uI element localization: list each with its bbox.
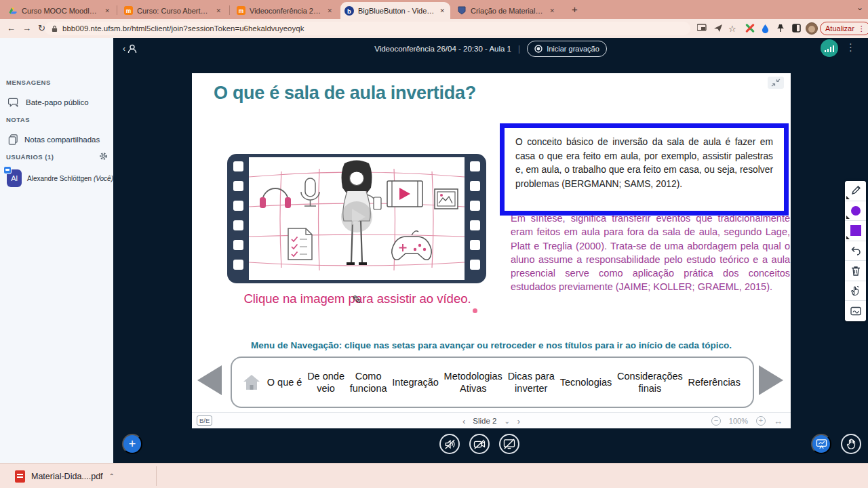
nav-next-arrow[interactable]: [759, 365, 783, 395]
fit-width-button[interactable]: ↔: [774, 416, 783, 426]
file-options-chevron-icon[interactable]: ⌃: [109, 472, 115, 480]
raise-hand-button[interactable]: [841, 434, 861, 454]
zoom-out-button[interactable]: −: [711, 416, 721, 426]
audio-join-button[interactable]: [439, 434, 460, 454]
ufsm-icon: [457, 6, 467, 16]
tab-group-icon[interactable]: [792, 24, 802, 33]
zoom-in-button[interactable]: +: [756, 416, 766, 426]
drop-extension-icon[interactable]: [762, 24, 771, 33]
nav-item-integracao[interactable]: Integração: [392, 376, 439, 388]
pencil-tool-button[interactable]: [845, 181, 866, 201]
pencil-icon: [850, 185, 861, 196]
nav-item-como-funciona[interactable]: Como funciona: [350, 370, 387, 394]
tab-close-icon[interactable]: ✕: [438, 7, 446, 14]
tab-videoconferencia[interactable]: m Videoconferência 26/04 - ✕: [232, 2, 338, 19]
downloaded-file-chip[interactable]: Material-Dida....pdf ⌃: [9, 468, 120, 485]
home-icon[interactable]: [241, 373, 262, 392]
shared-notes-item[interactable]: Notas compartilhadas: [0, 131, 113, 148]
connection-status-button[interactable]: [821, 39, 838, 57]
start-recording-button[interactable]: Iniciar gravação: [527, 41, 607, 57]
video-thumbnail[interactable]: [227, 154, 486, 283]
extensions-icon[interactable]: [745, 24, 755, 33]
tab-criacao-material[interactable]: Criação de Material Didát ✕: [453, 2, 560, 19]
previous-slide-button[interactable]: ‹: [462, 416, 465, 426]
tab-bigbluebutton-active[interactable]: b BigBlueButton - Videoc ✕: [340, 2, 450, 19]
pdf-file-icon: [15, 470, 25, 483]
slide-navigation-menu: O que é De onde veio Como funciona Integ…: [231, 357, 754, 408]
nav-previous-arrow[interactable]: [197, 365, 222, 395]
users-settings-gear-icon[interactable]: [99, 152, 108, 161]
forward-button[interactable]: →: [22, 23, 31, 33]
nav-item-referencias[interactable]: Referências: [688, 376, 741, 388]
zoom-level: 100%: [729, 417, 748, 425]
meeting-title: Videoconferência 26/04 - 20:30 - Aula 1: [374, 45, 511, 53]
color-square-icon: [850, 225, 861, 236]
downloaded-file-name: Material-Dida....pdf: [31, 472, 103, 481]
user-list-item[interactable]: Al Alexandre Schlöttgen (Você): [0, 167, 113, 190]
public-chat-item[interactable]: Bate-papo público: [0, 94, 113, 111]
clear-annotations-button[interactable]: [845, 261, 866, 281]
nav-item-de-onde-veio[interactable]: De onde veio: [307, 370, 344, 394]
notes-header: NOTAS: [6, 116, 30, 123]
nav-item-metodologias-ativas[interactable]: Metodologias Ativas: [444, 370, 502, 394]
tab-close-icon[interactable]: ✕: [214, 7, 222, 14]
nav-item-dicas-para-inverter[interactable]: Dicas para inverter: [508, 370, 555, 394]
restore-presentation-button[interactable]: [811, 434, 831, 454]
svg-text:m: m: [125, 7, 130, 14]
trash-icon: [851, 266, 861, 276]
title-divider: |: [518, 44, 520, 54]
svg-text:b: b: [347, 7, 351, 14]
multiuser-whiteboard-button[interactable]: [845, 301, 866, 321]
bbb-sidebar: MENSAGENS Bate-papo público NOTAS Notas …: [0, 38, 113, 463]
media-control-icon[interactable]: [697, 24, 707, 33]
address-bar[interactable]: bbb009.nte.ufsm.br/html5client/join?sess…: [45, 22, 690, 35]
actions-plus-button[interactable]: +: [122, 434, 142, 454]
undo-button[interactable]: [845, 241, 866, 262]
nav-item-o-que-e[interactable]: O que é: [267, 376, 302, 388]
be-toggle-button[interactable]: B/E: [197, 415, 212, 426]
webcam-share-button[interactable]: [469, 434, 490, 454]
slide-paragraph: Em síntese, significa transferir eventos…: [511, 211, 790, 294]
record-icon: [534, 45, 542, 53]
browser-menu-dots-icon[interactable]: ⋮: [858, 24, 865, 33]
screenshare-button[interactable]: [499, 434, 519, 454]
color-tool-button[interactable]: [845, 221, 866, 241]
webcam-off-icon: [473, 439, 486, 449]
meeting-title-group: Videoconferência 26/04 - 20:30 - Aula 1 …: [113, 41, 868, 57]
thickness-tool-button[interactable]: [845, 201, 866, 222]
tab-close-icon[interactable]: ✕: [548, 7, 556, 14]
new-tab-button[interactable]: +: [572, 3, 578, 15]
tab-close-icon[interactable]: ✕: [103, 7, 111, 14]
svg-text:m: m: [238, 7, 243, 14]
tab-label: Curso: Curso Aberto Moo: [137, 7, 210, 15]
tab-close-icon[interactable]: ✕: [326, 7, 334, 14]
window-chevron-icon[interactable]: ⌄: [856, 3, 863, 12]
pan-tool-button[interactable]: [845, 281, 866, 302]
tab-label: Curso MOOC Moodle BBB: [22, 7, 99, 15]
tab-label: BigBlueButton - Videoc: [358, 7, 434, 15]
record-label: Iniciar gravação: [547, 45, 599, 53]
thickness-circle-icon: [851, 206, 861, 216]
nav-item-tecnologias[interactable]: Tecnologias: [560, 376, 612, 388]
nav-item-consideracoes-finais[interactable]: Considerações finais: [617, 370, 683, 394]
user-name: Alexandre Schlöttgen (Você): [27, 175, 113, 182]
options-menu-dots-icon[interactable]: ⋮: [846, 41, 856, 54]
bookmark-star-icon[interactable]: ☆: [728, 24, 738, 33]
pin-extension-icon[interactable]: [776, 24, 786, 33]
next-slide-button[interactable]: ›: [517, 416, 520, 426]
profile-avatar[interactable]: [806, 22, 818, 35]
shared-notes-label: Notas compartilhadas: [24, 136, 100, 144]
tab-curso-aberto[interactable]: m Curso: Curso Aberto Moo ✕: [119, 2, 226, 19]
notes-icon: [8, 134, 18, 145]
atualizar-extension-button[interactable]: Atualizar ⋮: [820, 22, 868, 35]
bigbluebutton-icon: b: [344, 6, 354, 16]
presentation-area: O que é sala de aula invertida? O concei…: [192, 73, 791, 428]
tab-curso-mooc[interactable]: Curso MOOC Moodle BBB ✕: [4, 2, 115, 19]
back-button[interactable]: ←: [7, 23, 16, 33]
public-chat-label: Bate-papo público: [26, 98, 89, 106]
users-header: USUÁRIOS (1): [6, 153, 54, 161]
slide-list-chevron-icon[interactable]: ⌄: [504, 418, 509, 425]
download-shelf: Material-Dida....pdf ⌃ Exibir todos ✕: [0, 463, 868, 488]
share-icon[interactable]: [713, 24, 723, 33]
minimize-presentation-button[interactable]: [768, 77, 784, 89]
